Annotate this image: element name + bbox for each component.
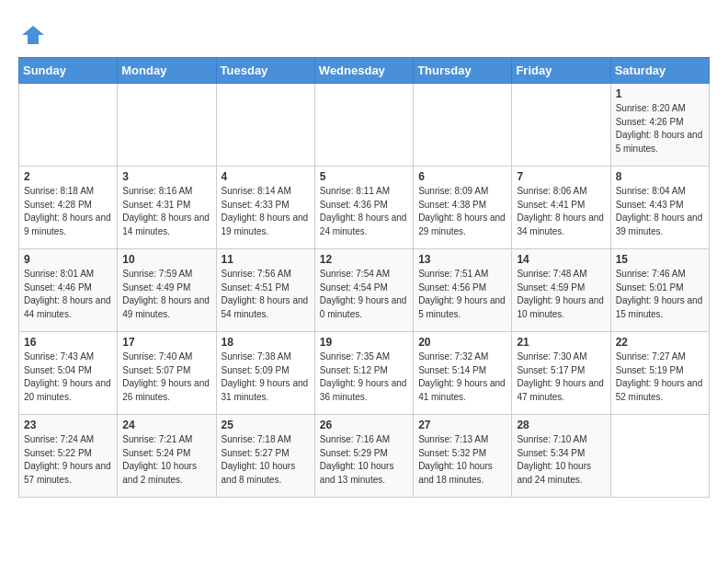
day-info: Sunrise: 7:38 AM Sunset: 5:09 PM Dayligh… xyxy=(222,350,310,404)
day-number: 8 xyxy=(616,170,704,183)
day-number: 11 xyxy=(222,253,310,266)
day-info: Sunrise: 7:51 AM Sunset: 4:56 PM Dayligh… xyxy=(418,268,506,321)
calendar-day-cell: 25Sunrise: 7:18 AM Sunset: 5:27 PM Dayli… xyxy=(216,415,314,498)
calendar-body: 1Sunrise: 8:20 AM Sunset: 4:26 PM Daylig… xyxy=(19,84,710,498)
day-number: 12 xyxy=(320,253,408,266)
day-info: Sunrise: 7:13 AM Sunset: 5:32 PM Dayligh… xyxy=(418,433,506,487)
calendar-week-row: 9Sunrise: 8:01 AM Sunset: 4:46 PM Daylig… xyxy=(19,249,710,332)
logo xyxy=(18,22,46,48)
day-number: 24 xyxy=(122,419,210,431)
day-info: Sunrise: 8:06 AM Sunset: 4:41 PM Dayligh… xyxy=(517,185,605,238)
calendar-day-cell: 16Sunrise: 7:43 AM Sunset: 5:04 PM Dayli… xyxy=(19,332,118,415)
calendar-week-row: 16Sunrise: 7:43 AM Sunset: 5:04 PM Dayli… xyxy=(19,332,710,415)
calendar-week-row: 2Sunrise: 8:18 AM Sunset: 4:28 PM Daylig… xyxy=(19,167,710,249)
day-number: 13 xyxy=(418,253,506,266)
day-info: Sunrise: 7:56 AM Sunset: 4:51 PM Dayligh… xyxy=(222,268,310,321)
day-info: Sunrise: 7:32 AM Sunset: 5:14 PM Dayligh… xyxy=(418,350,506,404)
day-info: Sunrise: 8:04 AM Sunset: 4:43 PM Dayligh… xyxy=(616,185,704,238)
day-number: 6 xyxy=(418,170,506,183)
calendar-day-cell: 3Sunrise: 8:16 AM Sunset: 4:31 PM Daylig… xyxy=(118,167,216,249)
weekday-header-cell: Wednesday xyxy=(314,58,413,84)
svg-marker-0 xyxy=(22,26,44,44)
day-info: Sunrise: 7:30 AM Sunset: 5:17 PM Dayligh… xyxy=(517,350,605,404)
day-number: 16 xyxy=(24,336,112,349)
calendar-day-cell: 1Sunrise: 8:20 AM Sunset: 4:26 PM Daylig… xyxy=(610,84,709,167)
day-info: Sunrise: 8:16 AM Sunset: 4:31 PM Dayligh… xyxy=(122,185,210,238)
day-number: 7 xyxy=(517,170,605,183)
weekday-header-row: SundayMondayTuesdayWednesdayThursdayFrid… xyxy=(19,58,710,84)
calendar-day-cell xyxy=(414,84,512,167)
calendar-day-cell: 2Sunrise: 8:18 AM Sunset: 4:28 PM Daylig… xyxy=(19,167,118,249)
calendar-day-cell xyxy=(216,84,314,167)
day-info: Sunrise: 7:27 AM Sunset: 5:19 PM Dayligh… xyxy=(616,350,704,404)
day-number: 26 xyxy=(320,419,408,431)
day-number: 25 xyxy=(222,419,310,431)
calendar-day-cell: 15Sunrise: 7:46 AM Sunset: 5:01 PM Dayli… xyxy=(610,249,709,332)
day-info: Sunrise: 8:18 AM Sunset: 4:28 PM Dayligh… xyxy=(24,185,112,238)
calendar-day-cell xyxy=(118,84,216,167)
day-info: Sunrise: 8:11 AM Sunset: 4:36 PM Dayligh… xyxy=(320,185,408,238)
day-info: Sunrise: 7:21 AM Sunset: 5:24 PM Dayligh… xyxy=(122,433,210,487)
day-number: 21 xyxy=(517,336,605,349)
day-info: Sunrise: 8:20 AM Sunset: 4:26 PM Dayligh… xyxy=(616,102,704,155)
calendar-table: SundayMondayTuesdayWednesdayThursdayFrid… xyxy=(18,57,710,498)
weekday-header-cell: Saturday xyxy=(610,58,709,84)
day-number: 3 xyxy=(122,170,210,183)
calendar-day-cell: 8Sunrise: 8:04 AM Sunset: 4:43 PM Daylig… xyxy=(610,167,709,249)
calendar-day-cell xyxy=(314,84,413,167)
calendar-day-cell: 10Sunrise: 7:59 AM Sunset: 4:49 PM Dayli… xyxy=(118,249,216,332)
calendar-day-cell: 22Sunrise: 7:27 AM Sunset: 5:19 PM Dayli… xyxy=(610,332,709,415)
calendar-day-cell: 5Sunrise: 8:11 AM Sunset: 4:36 PM Daylig… xyxy=(314,167,413,249)
day-info: Sunrise: 7:16 AM Sunset: 5:29 PM Dayligh… xyxy=(320,433,408,487)
day-number: 10 xyxy=(122,253,210,266)
calendar-day-cell xyxy=(610,415,709,498)
day-info: Sunrise: 7:48 AM Sunset: 4:59 PM Dayligh… xyxy=(517,268,605,321)
calendar-day-cell: 28Sunrise: 7:10 AM Sunset: 5:34 PM Dayli… xyxy=(512,415,610,498)
weekday-header-cell: Monday xyxy=(118,58,216,84)
calendar-day-cell xyxy=(512,84,610,167)
day-number: 18 xyxy=(222,336,310,349)
calendar-day-cell: 11Sunrise: 7:56 AM Sunset: 4:51 PM Dayli… xyxy=(216,249,314,332)
calendar-day-cell: 27Sunrise: 7:13 AM Sunset: 5:32 PM Dayli… xyxy=(414,415,512,498)
day-number: 23 xyxy=(24,419,112,431)
day-number: 15 xyxy=(616,253,704,266)
day-number: 9 xyxy=(24,253,112,266)
day-number: 2 xyxy=(24,170,112,183)
weekday-header-cell: Thursday xyxy=(414,58,512,84)
calendar-day-cell: 14Sunrise: 7:48 AM Sunset: 4:59 PM Dayli… xyxy=(512,249,610,332)
calendar-day-cell: 6Sunrise: 8:09 AM Sunset: 4:38 PM Daylig… xyxy=(414,167,512,249)
calendar-day-cell: 18Sunrise: 7:38 AM Sunset: 5:09 PM Dayli… xyxy=(216,332,314,415)
calendar-day-cell: 12Sunrise: 7:54 AM Sunset: 4:54 PM Dayli… xyxy=(314,249,413,332)
header xyxy=(18,18,710,48)
day-number: 19 xyxy=(320,336,408,349)
day-number: 14 xyxy=(517,253,605,266)
day-info: Sunrise: 7:54 AM Sunset: 4:54 PM Dayligh… xyxy=(320,268,408,321)
day-info: Sunrise: 7:18 AM Sunset: 5:27 PM Dayligh… xyxy=(222,433,310,487)
day-info: Sunrise: 7:43 AM Sunset: 5:04 PM Dayligh… xyxy=(24,350,112,404)
logo-icon xyxy=(20,22,46,48)
calendar-week-row: 23Sunrise: 7:24 AM Sunset: 5:22 PM Dayli… xyxy=(19,415,710,498)
calendar-day-cell: 7Sunrise: 8:06 AM Sunset: 4:41 PM Daylig… xyxy=(512,167,610,249)
calendar-day-cell: 13Sunrise: 7:51 AM Sunset: 4:56 PM Dayli… xyxy=(414,249,512,332)
day-number: 5 xyxy=(320,170,408,183)
day-number: 1 xyxy=(616,87,704,100)
day-info: Sunrise: 7:59 AM Sunset: 4:49 PM Dayligh… xyxy=(122,268,210,321)
day-number: 17 xyxy=(122,336,210,349)
day-number: 27 xyxy=(418,419,506,431)
day-info: Sunrise: 8:01 AM Sunset: 4:46 PM Dayligh… xyxy=(24,268,112,321)
weekday-header-cell: Friday xyxy=(512,58,610,84)
calendar-day-cell: 4Sunrise: 8:14 AM Sunset: 4:33 PM Daylig… xyxy=(216,167,314,249)
calendar-day-cell: 9Sunrise: 8:01 AM Sunset: 4:46 PM Daylig… xyxy=(19,249,118,332)
calendar-day-cell: 19Sunrise: 7:35 AM Sunset: 5:12 PM Dayli… xyxy=(314,332,413,415)
day-info: Sunrise: 7:24 AM Sunset: 5:22 PM Dayligh… xyxy=(24,433,112,487)
day-info: Sunrise: 7:40 AM Sunset: 5:07 PM Dayligh… xyxy=(122,350,210,404)
day-number: 20 xyxy=(418,336,506,349)
calendar-day-cell: 23Sunrise: 7:24 AM Sunset: 5:22 PM Dayli… xyxy=(19,415,118,498)
day-info: Sunrise: 7:35 AM Sunset: 5:12 PM Dayligh… xyxy=(320,350,408,404)
day-number: 28 xyxy=(517,419,605,431)
day-number: 4 xyxy=(222,170,310,183)
day-info: Sunrise: 8:09 AM Sunset: 4:38 PM Dayligh… xyxy=(418,185,506,238)
day-info: Sunrise: 8:14 AM Sunset: 4:33 PM Dayligh… xyxy=(222,185,310,238)
calendar-day-cell: 26Sunrise: 7:16 AM Sunset: 5:29 PM Dayli… xyxy=(314,415,413,498)
calendar-week-row: 1Sunrise: 8:20 AM Sunset: 4:26 PM Daylig… xyxy=(19,84,710,167)
